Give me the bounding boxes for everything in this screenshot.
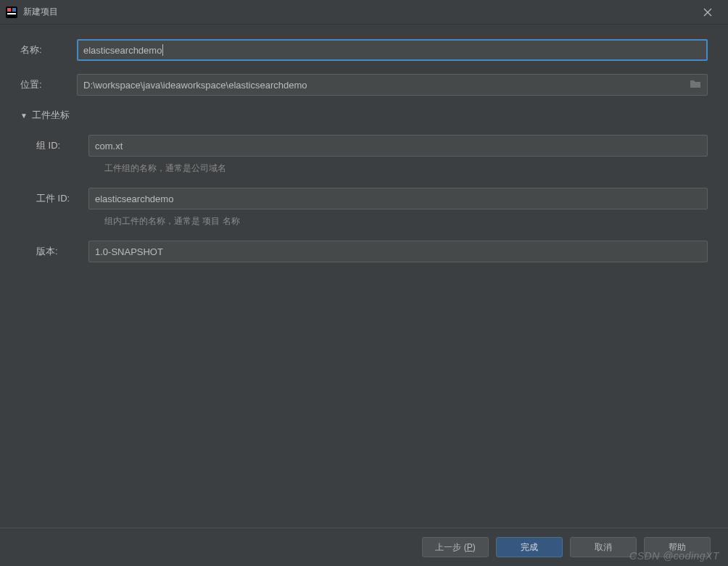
version-label: 版本:: [36, 245, 88, 258]
artifact-id-row: 工件 ID: elasticsearchdemo: [36, 188, 708, 209]
dialog-title: 新建项目: [23, 6, 693, 18]
dialog-footer: 上一步 (P) 完成 取消 帮助: [0, 528, 728, 566]
name-row: 名称: elasticsearchdemo: [20, 39, 708, 61]
artifact-id-input[interactable]: elasticsearchdemo: [88, 188, 708, 209]
group-id-hint: 工件组的名称，通常是公司域名: [104, 162, 708, 175]
version-value: 1.0-SNAPSHOT: [95, 246, 163, 257]
version-row: 版本: 1.0-SNAPSHOT: [36, 241, 708, 262]
group-id-input[interactable]: com.xt: [88, 135, 708, 157]
browse-folder-icon[interactable]: [690, 79, 701, 91]
location-input[interactable]: D:\workspace\java\ideaworkspace\elastics…: [77, 74, 708, 96]
help-button[interactable]: 帮助: [644, 537, 711, 557]
text-cursor: [162, 44, 163, 56]
artifact-section: 组 ID: com.xt 工件组的名称，通常是公司域名 工件 ID: elast…: [20, 135, 708, 262]
close-button[interactable]: [693, 0, 722, 25]
content-area: 名称: elasticsearchdemo 位置: D:\workspace\j…: [0, 25, 728, 528]
artifact-id-value: elasticsearchdemo: [95, 193, 173, 204]
group-id-value: com.xt: [95, 141, 123, 151]
svg-rect-3: [7, 13, 16, 14]
artifact-coords-toggle[interactable]: ▼ 工件坐标: [20, 109, 708, 122]
previous-button[interactable]: 上一步 (P): [422, 537, 489, 557]
cancel-button[interactable]: 取消: [570, 537, 637, 557]
location-row: 位置: D:\workspace\java\ideaworkspace\elas…: [20, 74, 708, 96]
svg-rect-1: [7, 8, 11, 12]
group-id-row: 组 ID: com.xt: [36, 135, 708, 157]
chevron-down-icon: ▼: [20, 112, 28, 120]
artifact-id-label: 工件 ID:: [36, 192, 88, 205]
app-icon: [6, 7, 17, 18]
new-project-dialog: 新建项目 名称: elasticsearchdemo 位置: D:\worksp…: [0, 0, 728, 566]
name-label: 名称:: [20, 43, 77, 57]
version-input[interactable]: 1.0-SNAPSHOT: [88, 241, 708, 262]
artifact-coords-label: 工件坐标: [32, 109, 70, 122]
titlebar: 新建项目: [0, 0, 728, 25]
finish-button[interactable]: 完成: [496, 537, 563, 557]
name-input[interactable]: elasticsearchdemo: [77, 39, 708, 61]
location-label: 位置:: [20, 78, 77, 91]
artifact-id-hint: 组内工件的名称，通常是 项目 名称: [104, 215, 708, 228]
location-value: D:\workspace\java\ideaworkspace\elastics…: [83, 80, 307, 91]
svg-rect-2: [12, 8, 16, 12]
group-id-label: 组 ID:: [36, 139, 88, 152]
name-value: elasticsearchdemo: [83, 45, 162, 56]
